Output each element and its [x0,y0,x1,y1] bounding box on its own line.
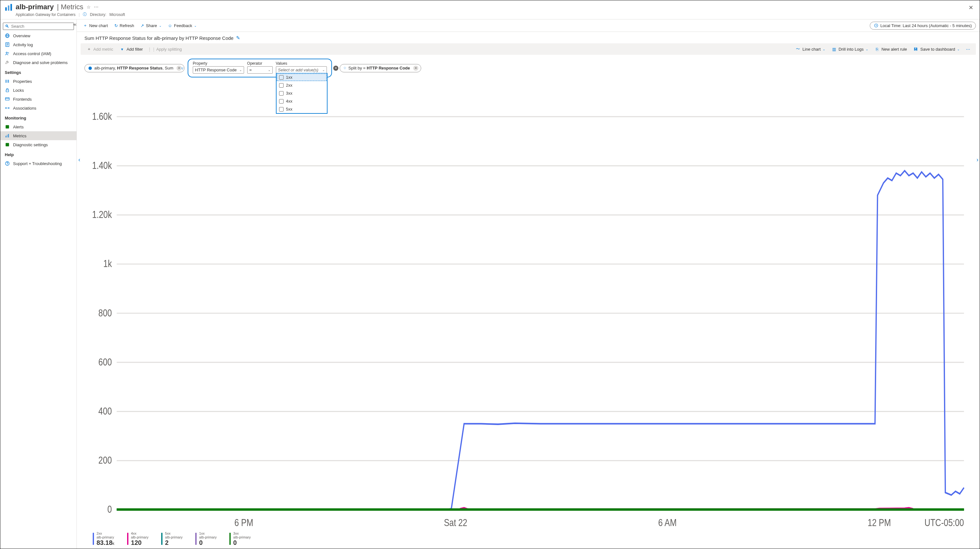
sidebar-item-diagnose-and-solve-problems[interactable]: Diagnose and solve problems [0,58,76,67]
filter-value-option-5xx[interactable]: 5xx [277,105,327,113]
section-monitoring: Monitoring [0,113,76,123]
svg-text:12 PM: 12 PM [867,517,891,528]
chart-more-button[interactable]: ⋯ [963,46,973,53]
favorite-star-icon[interactable]: ☆ [87,5,91,10]
chart-type-button[interactable]: 〜Line chart⌄ [793,45,828,53]
metric-pill[interactable]: alb-primary, HTTP Response Status, Sum ✕ [84,64,185,72]
lock-icon [5,88,10,93]
legend-color-swatch [93,533,94,545]
legend-item-5xx[interactable]: 5xxalb-primary2 [161,531,183,546]
filter-values-dropdown: 1xx2xx3xx4xx5xx [276,73,328,114]
assoc-icon [5,105,10,111]
filter-values-select[interactable]: Select or add value(s)⌄ [276,66,327,73]
legend-value: 83.18k [97,539,115,546]
remove-split-icon[interactable]: ✕ [413,66,418,71]
save-dashboard-button[interactable]: 💾︎Save to dashboard⌄ [911,45,962,53]
nav-label: Support + Troubleshooting [13,161,62,166]
add-metric-button[interactable]: ✦Add metric [84,45,116,53]
drill-logs-button[interactable]: ▥Drill into Logs⌄ [829,45,871,53]
svg-rect-12 [6,80,6,83]
filter-panel: ▿ Property HTTP Response Code⌄ Operator … [188,59,332,78]
filter-operator-select[interactable]: =⌄ [247,66,273,73]
content-expand-chevron-icon[interactable]: › [977,156,978,163]
remove-metric-icon[interactable]: ✕ [177,66,181,71]
legend-value: 0 [233,539,251,546]
sidebar-item-properties[interactable]: Properties [0,77,76,86]
svg-rect-23 [8,134,9,138]
new-alert-button[interactable]: ⎘New alert rule [872,45,910,53]
share-button[interactable]: ↗Share⌄ [138,22,164,29]
svg-text:6 PM: 6 PM [234,517,253,528]
funnel-icon: ▿ [181,66,183,70]
svg-rect-13 [7,80,8,83]
page-section: | Metrics [57,3,83,11]
support-icon [5,161,10,166]
edit-title-icon[interactable]: ✎ [236,35,240,41]
smiley-icon: ☺ [168,23,172,28]
sidebar-item-associations[interactable]: Associations [0,103,76,113]
sidebar-item-alerts[interactable]: Alerts [0,123,76,131]
remove-filter-icon[interactable]: ✕ [333,66,338,71]
svg-rect-16 [5,97,9,100]
filter-value-option-1xx[interactable]: 1xx [277,73,327,81]
search-input[interactable] [11,24,72,29]
legend-resource: alb-primary [199,535,216,539]
legend-item-4xx[interactable]: 4xxalb-primary120 [127,531,148,546]
sidebar-item-activity-log[interactable]: Activity log [0,40,76,49]
svg-point-26 [7,164,7,165]
nav-label: Metrics [13,134,27,138]
svg-text:600: 600 [99,356,112,368]
alert-icon: ⎘ [875,46,880,52]
filter-value-option-2xx[interactable]: 2xx [277,81,327,89]
svg-point-11 [8,53,9,54]
time-range-picker[interactable]: Local Time: Last 24 hours (Automatic - 5… [870,22,976,30]
apply-splitting-button[interactable]: ⋮⋮Apply splitting [146,45,184,53]
props-icon [5,79,10,84]
add-filter-button[interactable]: ▾Add filter [117,45,145,53]
new-chart-button[interactable]: ＋New chart [81,21,111,30]
feedback-button[interactable]: ☺Feedback⌄ [165,22,199,29]
sidebar-item-metrics[interactable]: Metrics [0,131,76,140]
svg-rect-24 [6,143,9,146]
split-pill[interactable]: ⁘ Split by = HTTP Response Code ✕ [340,64,421,72]
filter-property-select[interactable]: HTTP Response Code⌄ [193,66,244,73]
sidebar-search[interactable]: 🔍︎ [3,22,74,30]
close-blade-icon[interactable]: ✕ [966,3,976,13]
sidebar-item-locks[interactable]: Locks [0,86,76,95]
sidebar-item-frontends[interactable]: Frontends [0,95,76,103]
filter-value-option-4xx[interactable]: 4xx [277,97,327,105]
plus-icon: ＋ [83,22,87,29]
section-settings: Settings [0,67,76,77]
filter-value-option-3xx[interactable]: 3xx [277,89,327,97]
nav-label: Overview [13,33,30,38]
filter-property-label: Property [193,61,244,66]
legend-item-1xx[interactable]: 1xxalb-primary0 [195,531,216,546]
svg-text:1.60k: 1.60k [92,111,112,122]
metrics-icon [5,133,10,138]
scatter-icon: ⁘ [343,66,347,70]
sidebar-item-access-control-iam-[interactable]: Access control (IAM) [0,49,76,58]
svg-text:6 AM: 6 AM [658,517,677,528]
sidebar-item-overview[interactable]: Overview [0,31,76,40]
sidebar-item-support-troubleshooting[interactable]: Support + Troubleshooting [0,159,76,168]
legend-series-name: 2xx [97,531,115,535]
resource-name: alb-primary [16,3,54,11]
sidebar-item-diagnostic-settings[interactable]: Diagnostic settings [0,140,76,149]
chart-plot-area[interactable]: 02004006008001k1.20k1.40k1.60k6 PMSat 22… [84,82,972,530]
wrench-icon [5,60,10,65]
directory-value: Microsoft [110,13,125,17]
refresh-button[interactable]: ↻Refresh [112,22,137,29]
legend-resource: alb-primary [97,535,115,539]
ellipsis-icon: ⋯ [966,47,970,52]
header-more-icon[interactable]: ⋯ [94,5,99,10]
legend-item-3xx[interactable]: 3xxalb-primary0 [229,531,251,546]
option-label: 2xx [286,83,293,88]
sidebar-collapse-icon[interactable]: ≪ [73,22,77,27]
legend-resource: alb-primary [131,535,148,539]
checkbox-icon [279,75,283,80]
checkbox-icon [279,107,283,111]
chevron-down-icon: ⌄ [865,48,868,51]
diag-icon [5,142,10,147]
info-icon[interactable]: ⓘ [83,12,87,17]
legend-item-2xx[interactable]: 2xxalb-primary83.18k [93,531,115,546]
